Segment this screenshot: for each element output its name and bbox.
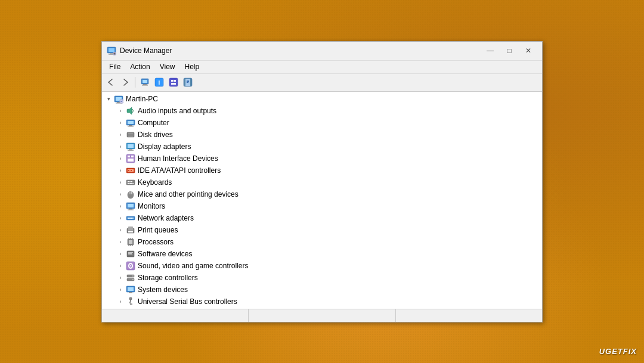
item-label: IDE ATA/ATAPI controllers xyxy=(138,166,221,175)
item-chevron: › xyxy=(116,131,125,139)
titlebar: Device Manager — □ ✕ xyxy=(102,42,542,61)
menu-view[interactable]: View xyxy=(155,62,180,72)
tree-root-item[interactable]: ▾ Martin-PC xyxy=(102,93,542,105)
item-label: Universal Serial Bus controllers xyxy=(138,297,237,306)
item-icon-monitor xyxy=(126,201,135,211)
svg-rect-28 xyxy=(128,121,134,124)
item-chevron: › xyxy=(116,214,125,222)
svg-rect-60 xyxy=(129,209,132,210)
svg-rect-72 xyxy=(129,240,132,244)
root-chevron: ▾ xyxy=(104,95,113,103)
item-label: Audio inputs and outputs xyxy=(138,107,216,115)
svg-rect-36 xyxy=(128,144,134,148)
item-label: Network adapters xyxy=(138,214,194,222)
tree-item[interactable]: › Human Interface Devices xyxy=(102,153,542,165)
tree-item[interactable]: › Software devices xyxy=(102,248,542,260)
svg-rect-52 xyxy=(129,183,132,184)
tree-view[interactable]: ▾ Martin-PC › Audio inputs and outputs › xyxy=(102,92,542,309)
item-icon-mouse xyxy=(126,190,135,199)
item-icon-display xyxy=(126,142,135,151)
item-chevron: › xyxy=(116,190,125,198)
item-label: Display adapters xyxy=(138,142,191,151)
item-chevron: › xyxy=(116,178,125,187)
titlebar-controls: — □ ✕ xyxy=(481,45,537,57)
svg-rect-82 xyxy=(128,255,132,255)
scan-button[interactable] xyxy=(167,76,180,89)
back-button[interactable] xyxy=(104,76,117,89)
svg-point-5 xyxy=(114,53,116,55)
forward-button[interactable] xyxy=(119,76,132,89)
tree-item[interactable]: › Sound, video and game controllers xyxy=(102,260,542,272)
statusbar xyxy=(102,309,542,322)
item-label: Print queues xyxy=(138,226,178,234)
svg-rect-48 xyxy=(128,181,129,182)
svg-rect-80 xyxy=(128,252,133,253)
menu-file[interactable]: File xyxy=(104,62,125,72)
svg-rect-30 xyxy=(128,126,134,126)
update-driver-button[interactable]: i xyxy=(153,76,166,89)
svg-rect-1 xyxy=(109,48,114,52)
tree-item[interactable]: › Mice and other pointing devices xyxy=(102,188,542,200)
close-button[interactable]: ✕ xyxy=(519,45,537,57)
item-icon-disk xyxy=(126,130,135,139)
svg-rect-61 xyxy=(128,209,134,210)
svg-rect-26 xyxy=(127,109,129,113)
tree-item[interactable]: › Disk drives xyxy=(102,129,542,141)
svg-text:i: i xyxy=(159,79,160,86)
svg-rect-97 xyxy=(130,303,132,305)
item-icon-software xyxy=(126,249,135,259)
item-chevron: › xyxy=(116,286,125,294)
status-segment-3 xyxy=(396,309,542,322)
svg-rect-15 xyxy=(171,83,176,85)
item-chevron: › xyxy=(116,226,125,234)
item-icon-ide xyxy=(126,166,135,175)
help-button[interactable] xyxy=(181,76,194,89)
maximize-button[interactable]: □ xyxy=(500,45,518,57)
svg-rect-14 xyxy=(174,80,176,82)
properties-button[interactable] xyxy=(138,76,151,89)
tree-item[interactable]: › Storage controllers xyxy=(102,272,542,284)
tree-item[interactable]: › Monitors xyxy=(102,200,542,212)
item-icon-cpu xyxy=(126,237,135,247)
item-icon-system xyxy=(126,285,135,294)
svg-rect-13 xyxy=(171,80,174,82)
item-chevron: › xyxy=(116,154,125,163)
tree-item[interactable]: › Processors xyxy=(102,236,542,248)
svg-point-64 xyxy=(128,218,129,219)
tree-item[interactable]: › Network adapters xyxy=(102,212,542,224)
svg-rect-56 xyxy=(131,191,132,194)
svg-rect-18 xyxy=(187,80,189,80)
svg-rect-41 xyxy=(131,156,134,157)
tree-item[interactable]: › Computer xyxy=(102,117,542,129)
svg-rect-96 xyxy=(129,302,131,303)
menu-action[interactable]: Action xyxy=(125,62,154,72)
tree-item[interactable]: › System devices xyxy=(102,284,542,296)
svg-rect-8 xyxy=(143,84,147,85)
svg-rect-12 xyxy=(169,78,178,86)
tree-item[interactable]: › Print queues xyxy=(102,224,542,236)
svg-rect-51 xyxy=(128,183,129,184)
item-icon-network xyxy=(126,213,135,223)
svg-rect-37 xyxy=(129,149,132,150)
tree-item[interactable]: › Audio inputs and outputs xyxy=(102,105,542,117)
item-label: Storage controllers xyxy=(138,274,198,282)
tree-item[interactable]: › Display adapters xyxy=(102,141,542,153)
minimize-button[interactable]: — xyxy=(481,45,499,57)
tree-item[interactable]: › Keyboards xyxy=(102,176,542,188)
tree-children: › Audio inputs and outputs › Computer › … xyxy=(102,105,542,308)
svg-rect-69 xyxy=(128,231,133,232)
svg-rect-55 xyxy=(129,191,131,194)
svg-rect-49 xyxy=(129,181,131,182)
titlebar-title: Device Manager xyxy=(120,46,481,55)
status-segment-1 xyxy=(102,309,249,322)
svg-rect-81 xyxy=(128,253,132,254)
item-label: Computer xyxy=(138,119,169,127)
tree-item[interactable]: › Universal Serial Bus controllers xyxy=(102,296,542,308)
tree-item[interactable]: › IDE ATA/ATAPI controllers xyxy=(102,165,542,176)
menu-help[interactable]: Help xyxy=(180,62,205,72)
item-icon-usb xyxy=(126,297,135,306)
svg-rect-9 xyxy=(142,85,148,86)
root-icon xyxy=(114,94,123,104)
item-chevron: › xyxy=(116,119,125,127)
item-chevron: › xyxy=(116,142,125,151)
